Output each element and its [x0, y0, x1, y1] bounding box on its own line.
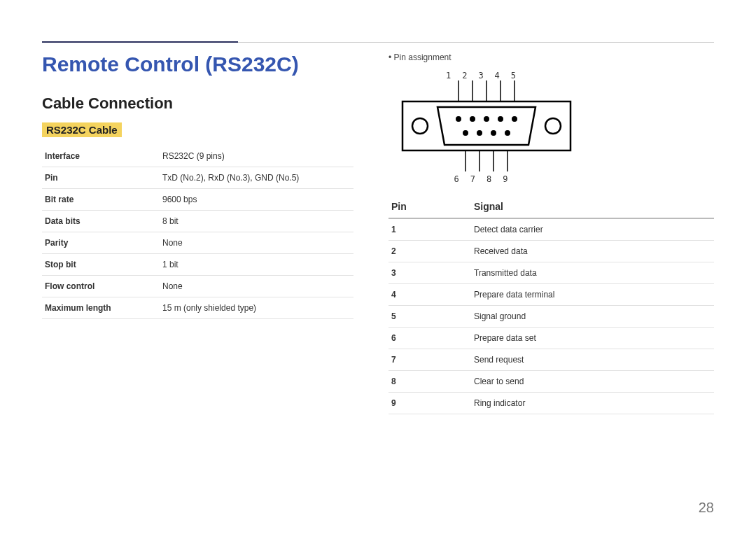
right-column: Pin assignment 12345	[388, 52, 714, 414]
signal-pin: 2	[388, 241, 471, 262]
signal-pin: 5	[388, 306, 471, 328]
signal-desc: Transmitted data	[471, 262, 714, 284]
signal-desc: Prepare data terminal	[471, 284, 714, 306]
svg-point-17	[512, 116, 517, 122]
pin-label: 1	[446, 71, 462, 80]
svg-point-14	[470, 116, 475, 122]
signal-pin: 8	[388, 371, 471, 393]
svg-point-21	[505, 130, 510, 136]
spec-key: Bit rate	[42, 189, 160, 211]
spec-val: 8 bit	[160, 211, 354, 232]
spec-key: Interface	[42, 146, 160, 167]
pin-label: 6	[454, 174, 470, 184]
spec-val: None	[160, 232, 354, 254]
spec-key: Flow control	[42, 276, 160, 297]
pin-label: 7	[470, 174, 486, 184]
spec-val: 15 m (only shielded type)	[160, 297, 354, 319]
spec-row: Stop bit1 bit	[42, 254, 354, 276]
pin-label: 5	[511, 71, 527, 80]
signal-row: 3Transmitted data	[388, 262, 714, 284]
spec-key: Parity	[42, 232, 160, 254]
spec-row: InterfaceRS232C (9 pins)	[42, 146, 354, 167]
spec-row: Data bits8 bit	[42, 211, 354, 232]
signal-desc: Prepare data set	[471, 328, 714, 349]
pin-labels-bottom: 6789	[388, 174, 584, 184]
pin-label: 8	[486, 174, 503, 184]
signal-header-pin: Pin	[388, 195, 471, 218]
pin-label: 3	[478, 71, 494, 80]
page: Remote Control (RS232C) Cable Connection…	[0, 0, 756, 534]
signal-desc: Received data	[471, 241, 714, 262]
spec-key: Maximum length	[42, 297, 160, 319]
signal-desc: Signal ground	[471, 306, 714, 328]
db9-connector-icon	[388, 80, 584, 171]
spec-key: Pin	[42, 167, 160, 189]
signal-row: 7Send request	[388, 349, 714, 371]
page-number: 28	[699, 500, 714, 516]
bullet-pin-assignment: Pin assignment	[388, 52, 714, 62]
spec-val: RS232C (9 pins)	[160, 146, 354, 167]
pin-label: 9	[503, 174, 519, 184]
signal-pin: 3	[388, 262, 471, 284]
svg-point-12	[545, 118, 561, 134]
left-column: Remote Control (RS232C) Cable Connection…	[42, 52, 354, 414]
signal-header-signal: Signal	[471, 195, 714, 218]
signal-row: 6Prepare data set	[388, 328, 714, 349]
spec-val: 1 bit	[160, 254, 354, 276]
signal-desc: Ring indicator	[471, 393, 714, 414]
signal-row: 9Ring indicator	[388, 393, 714, 414]
spec-row: Flow controlNone	[42, 276, 354, 297]
svg-point-11	[412, 118, 428, 134]
signal-pin: 1	[388, 218, 471, 241]
svg-point-18	[463, 130, 468, 136]
pin-label: 4	[495, 71, 511, 80]
spec-val: None	[160, 276, 354, 297]
signal-row: 5Signal ground	[388, 306, 714, 328]
signal-row: 2Received data	[388, 241, 714, 262]
signal-desc: Detect data carrier	[471, 218, 714, 241]
signal-desc: Clear to send	[471, 371, 714, 393]
pin-labels-top: 12345	[388, 71, 584, 80]
section-tag: RS232C Cable	[42, 122, 122, 137]
spec-row: Maximum length15 m (only shielded type)	[42, 297, 354, 319]
spec-row: ParityNone	[42, 232, 354, 254]
signal-table: Pin Signal 1Detect data carrier 2Receive…	[388, 195, 714, 414]
section-subhead: Cable Connection	[42, 94, 354, 113]
pin-label: 2	[462, 71, 478, 80]
spec-table: InterfaceRS232C (9 pins) PinTxD (No.2), …	[42, 146, 354, 319]
signal-desc: Send request	[471, 349, 714, 371]
accent-bar	[42, 41, 238, 43]
svg-point-20	[491, 130, 496, 136]
signal-row: 1Detect data carrier	[388, 218, 714, 241]
spec-val: 9600 bps	[160, 189, 354, 211]
spec-key: Data bits	[42, 211, 160, 232]
spec-row: PinTxD (No.2), RxD (No.3), GND (No.5)	[42, 167, 354, 189]
connector-diagram: 12345	[388, 71, 584, 184]
signal-row: 4Prepare data terminal	[388, 284, 714, 306]
svg-point-13	[456, 116, 461, 122]
svg-point-16	[498, 116, 503, 122]
svg-marker-10	[438, 107, 536, 145]
svg-point-15	[484, 116, 489, 122]
signal-pin: 4	[388, 284, 471, 306]
spec-val: TxD (No.2), RxD (No.3), GND (No.5)	[160, 167, 354, 189]
signal-row: 8Clear to send	[388, 371, 714, 393]
spec-key: Stop bit	[42, 254, 160, 276]
signal-pin: 6	[388, 328, 471, 349]
signal-pin: 9	[388, 393, 471, 414]
spec-row: Bit rate9600 bps	[42, 189, 354, 211]
columns: Remote Control (RS232C) Cable Connection…	[42, 52, 714, 414]
page-title: Remote Control (RS232C)	[42, 52, 354, 76]
signal-pin: 7	[388, 349, 471, 371]
svg-point-19	[477, 130, 482, 136]
